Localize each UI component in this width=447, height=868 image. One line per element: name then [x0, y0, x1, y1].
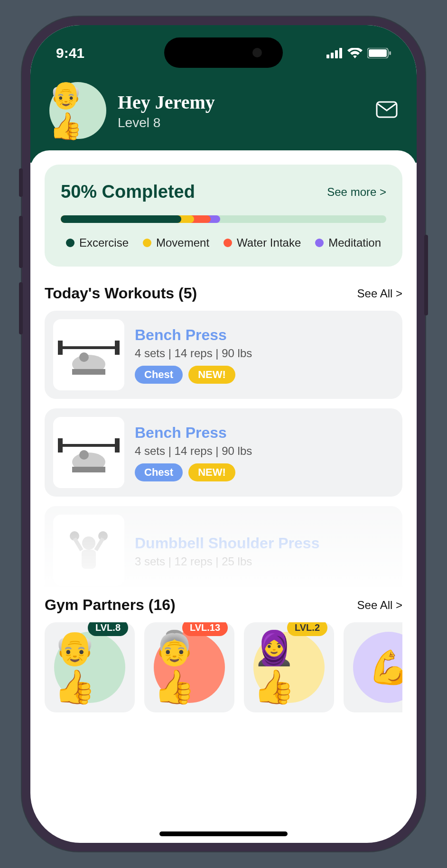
partners-row[interactable]: LVL.8 👴👍 LVL.13 👵👍 LVL.2 🧕👍 💪 — [45, 622, 402, 712]
legend-label: Meditation — [328, 236, 381, 249]
user-level: Level 8 — [118, 115, 364, 130]
bench-press-icon — [58, 429, 120, 476]
svg-rect-13 — [72, 369, 105, 375]
workout-name: Bench Press — [135, 326, 394, 344]
partner-avatar: 💪 — [353, 632, 402, 703]
partners-section: Gym Partners (16) See All > LVL.8 👴👍 LVL… — [45, 596, 402, 712]
workout-card[interactable]: Bench Press 4 sets | 14 reps | 90 lbs Ch… — [45, 408, 402, 497]
progress-card: 50% Completed See more > Excercise Movem… — [45, 165, 402, 267]
workout-name: Dumbbell Shoulder Press — [135, 535, 394, 552]
cellular-icon — [326, 48, 343, 58]
svg-rect-21 — [82, 550, 96, 569]
dot-icon — [66, 239, 74, 247]
progress-title: 50% Completed — [61, 182, 195, 202]
mail-icon — [376, 101, 398, 118]
workouts-see-all[interactable]: See All > — [357, 287, 402, 300]
workouts-section: Today's Workouts (5) See All > Bench Pre… — [45, 285, 402, 587]
partner-avatar: 👴👍 — [54, 632, 125, 703]
partner-card[interactable]: LVL.2 🧕👍 — [244, 622, 334, 712]
legend-label: Excercise — [79, 236, 129, 249]
workout-detail: 3 sets | 12 reps | 25 lbs — [135, 555, 394, 568]
tag-new: NEW! — [188, 366, 235, 384]
partner-avatar: 👵👍 — [154, 632, 225, 703]
battery-icon — [367, 48, 391, 58]
legend-exercise: Excercise — [66, 236, 129, 249]
avatar-emoji: 👴👍 — [49, 79, 106, 142]
tag-chest: Chest — [135, 463, 183, 481]
dot-icon — [315, 239, 324, 247]
partner-card[interactable]: LVL.8 👴👍 — [45, 622, 135, 712]
partner-card[interactable]: 💪 — [344, 622, 402, 712]
volume-down-button — [19, 282, 23, 334]
bench-press-icon — [58, 331, 120, 379]
dot-icon — [224, 239, 232, 247]
svg-rect-1 — [331, 53, 334, 58]
status-icons — [326, 48, 391, 58]
svg-point-22 — [70, 531, 79, 541]
workout-thumbnail — [53, 319, 124, 390]
legend-water: Water Intake — [224, 236, 301, 249]
see-more-link[interactable]: See more > — [327, 185, 386, 199]
legend-meditation: Meditation — [315, 236, 381, 249]
svg-line-24 — [74, 538, 82, 550]
volume-up-button — [19, 216, 23, 268]
svg-point-18 — [79, 450, 89, 460]
svg-rect-0 — [326, 55, 329, 58]
tag-chest: Chest — [135, 366, 183, 384]
partner-avatar: 🧕👍 — [253, 632, 325, 703]
legend-label: Movement — [156, 236, 209, 249]
partners-see-all[interactable]: See All > — [357, 599, 402, 612]
partner-card[interactable]: LVL.13 👵👍 — [144, 622, 234, 712]
level-badge: LVL.2 — [287, 622, 327, 636]
level-badge: LVL.8 — [88, 622, 128, 636]
side-button — [19, 168, 23, 197]
status-time: 9:41 — [56, 45, 84, 61]
svg-point-20 — [82, 536, 95, 550]
svg-rect-5 — [369, 49, 387, 57]
workout-name: Bench Press — [135, 424, 394, 442]
svg-line-25 — [96, 538, 103, 550]
partners-title: Gym Partners (16) — [45, 596, 176, 614]
header-text: Hey Jeremy Level 8 — [118, 91, 364, 130]
avatar-emoji: 💪 — [368, 648, 403, 687]
dot-icon — [143, 239, 151, 247]
greeting-text: Hey Jeremy — [118, 91, 364, 113]
svg-rect-3 — [339, 48, 342, 58]
app-header: 👴👍 Hey Jeremy Level 8 — [30, 73, 417, 163]
progress-bar — [61, 215, 386, 223]
workouts-title: Today's Workouts (5) — [45, 285, 197, 302]
legend-movement: Movement — [143, 236, 209, 249]
power-button — [424, 235, 428, 315]
svg-rect-7 — [377, 102, 397, 117]
svg-rect-19 — [72, 467, 105, 472]
avatar-emoji: 👵👍 — [154, 628, 225, 706]
shoulder-press-icon — [63, 524, 115, 576]
avatar-emoji: 👴👍 — [54, 628, 125, 706]
home-indicator[interactable] — [159, 831, 288, 836]
dynamic-island — [164, 37, 283, 68]
workout-detail: 4 sets | 14 reps | 90 lbs — [135, 347, 394, 360]
content-area: 50% Completed See more > Excercise Movem… — [30, 150, 417, 712]
workout-thumbnail — [53, 515, 124, 586]
tag-new: NEW! — [188, 463, 235, 481]
progress-legend: Excercise Movement Water Intake Meditati… — [61, 236, 386, 249]
legend-label: Water Intake — [237, 236, 301, 249]
svg-point-23 — [98, 531, 108, 541]
svg-rect-2 — [335, 50, 338, 58]
level-badge: LVL.13 — [182, 622, 228, 636]
progress-segment-exercise — [61, 215, 181, 223]
screen: 9:41 👴👍 Hey Jeremy Level 8 — [30, 25, 417, 843]
wifi-icon — [347, 48, 363, 58]
phone-frame: 9:41 👴👍 Hey Jeremy Level 8 — [22, 17, 425, 851]
user-avatar[interactable]: 👴👍 — [49, 82, 106, 139]
workout-card[interactable]: Bench Press 4 sets | 14 reps | 90 lbs Ch… — [45, 311, 402, 399]
svg-point-12 — [79, 352, 89, 362]
svg-rect-6 — [389, 51, 391, 55]
mail-button[interactable] — [376, 101, 398, 120]
workout-detail: 4 sets | 14 reps | 90 lbs — [135, 444, 394, 458]
workout-thumbnail — [53, 417, 124, 488]
avatar-emoji: 🧕👍 — [253, 628, 325, 706]
workout-card[interactable]: Dumbbell Shoulder Press 3 sets | 12 reps… — [45, 506, 402, 587]
